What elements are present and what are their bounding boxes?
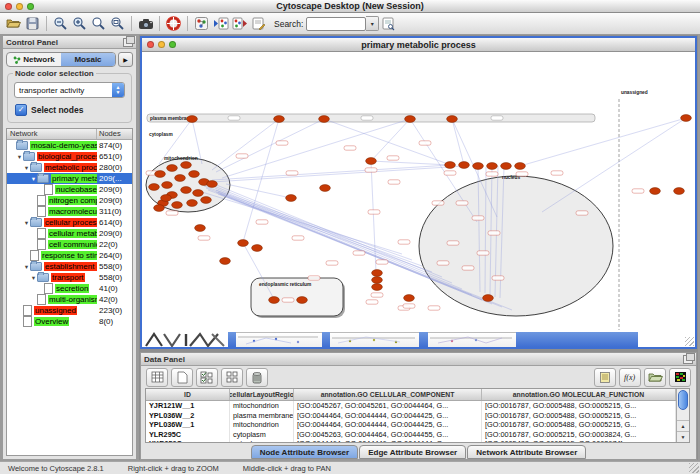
float-panel-icon[interactable]	[683, 355, 693, 364]
network-node[interactable]	[372, 277, 383, 284]
column-header-region[interactable]: _cellularLayoutRegion	[230, 389, 294, 400]
network-node[interactable]	[172, 202, 183, 209]
table-row[interactable]: YKR052Ccytoplasm[GO:0044464, GO:0044446,…	[146, 439, 676, 442]
tree-row[interactable]: ▼cellular process614(0)	[7, 217, 132, 228]
cascaded-window-edge[interactable]	[322, 332, 330, 347]
network-node[interactable]	[175, 175, 186, 182]
tree-expander-icon[interactable]: ▼	[23, 264, 30, 270]
network-node[interactable]	[195, 225, 206, 232]
tree-row[interactable]: nitrogen compo209(0)	[7, 195, 132, 206]
network-canvas[interactable]: plasma membranecytoplasmmitochondrionnuc…	[142, 52, 695, 332]
table-row[interactable]: YLR295Ccytoplasm[GO:0045263, GO:0044464,…	[146, 430, 676, 440]
network-node[interactable]	[366, 158, 377, 165]
select-attributes-button[interactable]	[196, 368, 218, 387]
tree-row[interactable]: ▼primary metabo209(...	[7, 173, 132, 184]
tree-column-network[interactable]: Network	[7, 129, 97, 139]
network-node[interactable]	[154, 205, 165, 212]
network-node[interactable]	[483, 295, 494, 302]
network-node[interactable]	[162, 182, 173, 189]
tree-row[interactable]: nucleobase-209(0)	[7, 184, 132, 195]
network-node[interactable]	[269, 297, 280, 304]
float-panel-icon[interactable]	[123, 38, 133, 47]
tree-expander-icon[interactable]: ▼	[16, 154, 23, 160]
search-input[interactable]	[306, 17, 366, 31]
export-network-button[interactable]	[230, 15, 249, 33]
network-node[interactable]	[459, 162, 470, 169]
tree-row[interactable]: ▼metabolic process280(0)	[7, 162, 132, 173]
network-window-title-bar[interactable]: primary metabolic process	[142, 38, 695, 52]
save-button[interactable]	[23, 15, 42, 33]
tree-expander-icon[interactable]: ▼	[23, 165, 30, 171]
table-cell[interactable]: [GO:0016787, GO:0005488, GO:0005215, G..…	[482, 420, 676, 430]
network-node[interactable]	[181, 162, 192, 169]
tab-network-attribute-browser[interactable]: Network Attribute Browser	[467, 445, 586, 459]
snapshot-camera-button[interactable]	[136, 15, 155, 33]
network-node[interactable]	[220, 258, 231, 265]
table-cell[interactable]: mitochondrion	[230, 420, 294, 430]
table-cell[interactable]: [GO:0016787, GO:0005488, GO:0005215, G..…	[482, 401, 676, 411]
table-cell[interactable]: [GO:0016787, GO:0005488, GO:0005215, G..…	[482, 411, 676, 421]
network-node[interactable]	[189, 171, 200, 178]
zoom-selected-button[interactable]	[89, 15, 108, 33]
network-node[interactable]	[319, 116, 330, 123]
network-node[interactable]	[187, 116, 198, 123]
import-attributes-button[interactable]	[644, 368, 666, 387]
table-row[interactable]: YJR121W__1mitochondrion[GO:0045267, GO:0…	[146, 401, 676, 411]
network-node[interactable]	[274, 116, 285, 123]
tree-row[interactable]: ▼transport558(0)	[7, 272, 132, 283]
table-row[interactable]: YPL036W__1mitochondrion[GO:0044464, GO:0…	[146, 420, 676, 430]
table-row[interactable]: YPL036W__2plasma membrane[GO:0044464, GO…	[146, 411, 676, 421]
network-node[interactable]	[404, 295, 415, 302]
vizmapper-button[interactable]	[192, 15, 211, 33]
network-node[interactable]	[650, 188, 661, 195]
tree-row[interactable]: secretion41(0)	[7, 283, 132, 294]
network-node[interactable]	[681, 115, 692, 122]
table-cell[interactable]: [GO:0044464, GO:0044446, GO:0044444, G..…	[294, 439, 482, 442]
table-cell[interactable]: [GO:0045267, GO:0045261, GO:0044464, G..…	[294, 401, 482, 411]
delete-attribute-button[interactable]	[246, 368, 268, 387]
zoom-fit-button[interactable]	[108, 15, 127, 33]
network-node[interactable]	[372, 270, 383, 277]
tree-expander-icon[interactable]: ▼	[30, 176, 37, 182]
table-scrollbar[interactable]: ▲ ▼	[676, 389, 689, 442]
table-cell[interactable]: [GO:0044464, GO:0044444, GO:0044425, G..…	[294, 420, 482, 430]
network-node[interactable]	[447, 116, 458, 123]
tree-column-nodes[interactable]: Nodes	[97, 129, 132, 139]
network-node[interactable]	[473, 163, 484, 170]
network-node[interactable]	[252, 245, 263, 252]
tree-expander-icon[interactable]: ▼	[30, 275, 37, 281]
tree-row[interactable]: multi-organism pro42(0)	[7, 294, 132, 305]
attribute-notes-button[interactable]	[594, 368, 616, 387]
tree-row[interactable]: ▼establishment of lo558(0)	[7, 261, 132, 272]
cascaded-window-edge[interactable]	[516, 332, 638, 347]
network-node[interactable]	[149, 184, 160, 191]
tree-row[interactable]: mosaic-demo-yeast874(0)	[7, 140, 132, 151]
network-node[interactable]	[372, 284, 383, 291]
tab-network[interactable]: Network	[7, 53, 61, 66]
network-node[interactable]	[320, 185, 331, 192]
open-file-button[interactable]	[4, 15, 23, 33]
network-node[interactable]	[207, 181, 218, 188]
help-lifesaver-button[interactable]	[164, 15, 183, 33]
cascaded-window-sliver[interactable]	[330, 332, 419, 347]
table-cell[interactable]: cytoplasm	[230, 430, 294, 440]
network-node[interactable]	[297, 297, 308, 304]
scrollbar-thumb[interactable]	[678, 390, 688, 410]
zoom-out-button[interactable]	[51, 15, 70, 33]
cascaded-window-sliver[interactable]	[236, 332, 322, 347]
network-node[interactable]	[193, 190, 204, 197]
unselect-attributes-button[interactable]	[221, 368, 243, 387]
table-cell[interactable]: YKR052C	[146, 439, 230, 442]
import-network-button[interactable]	[211, 15, 230, 33]
tree-expander-icon[interactable]: ▼	[23, 220, 30, 226]
network-node[interactable]	[445, 162, 456, 169]
network-node[interactable]	[501, 163, 512, 170]
scroll-down-button[interactable]: ▼	[677, 431, 689, 442]
network-node[interactable]	[674, 188, 685, 195]
zoom-in-button[interactable]	[70, 15, 89, 33]
column-header-molecular-function[interactable]: annotation.GO MOLECULAR_FUNCTION	[482, 389, 676, 400]
table-cell[interactable]: [GO:0005488, GO:0005215, GO:0003674]	[482, 439, 676, 442]
heatmap-button[interactable]	[669, 368, 691, 387]
tree-row[interactable]: ▼biological_process651(0)	[7, 151, 132, 162]
window-resize-grip[interactable]	[638, 332, 695, 347]
